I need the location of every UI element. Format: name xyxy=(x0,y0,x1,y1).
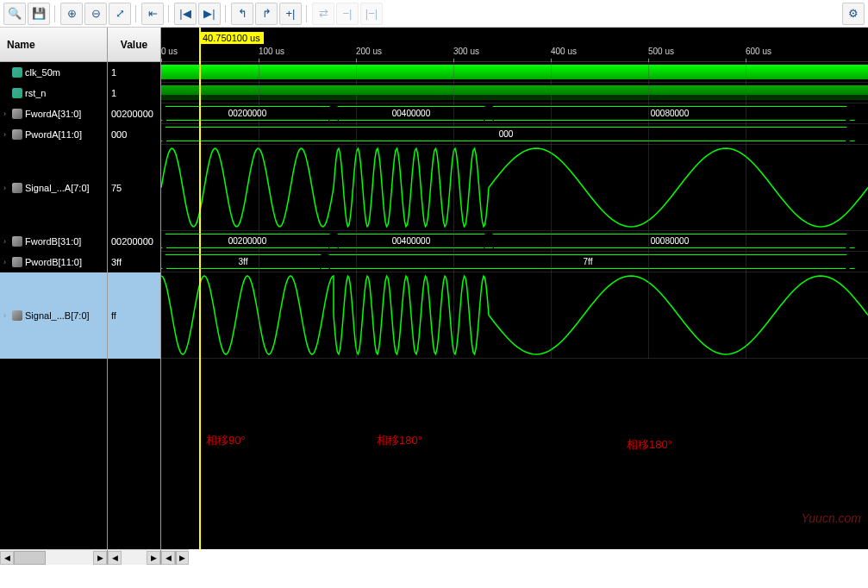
signal-type-icon xyxy=(12,129,22,140)
signal-name-row[interactable]: ›PwordB[11:0] xyxy=(0,252,107,272)
signal-name-row[interactable]: ›Signal_...A[7:0] xyxy=(0,145,107,231)
name-header: Name xyxy=(0,28,107,62)
wave-row[interactable] xyxy=(161,272,868,359)
signal-type-icon xyxy=(12,310,22,321)
expand-icon[interactable]: › xyxy=(3,237,10,246)
signal-name-row[interactable]: ›FwordB[31:0] xyxy=(0,231,107,252)
cursor-line[interactable] xyxy=(199,28,201,549)
remove-all-icon[interactable]: |−| xyxy=(360,3,383,25)
timescale[interactable]: 0 us100 us200 us300 us400 us500 us600 us xyxy=(161,28,868,62)
prev-transition-icon[interactable]: ⇤ xyxy=(141,3,164,25)
signal-name-label: Signal_...B[7:0] xyxy=(25,310,90,321)
signal-type-icon xyxy=(12,183,22,193)
signal-name-row[interactable]: ›Signal_...B[7:0] xyxy=(0,272,107,359)
bus-segment: 00400000 xyxy=(334,234,489,248)
scroll-left-icon[interactable]: ◀ xyxy=(161,551,175,565)
zoom-in-icon[interactable]: ⊕ xyxy=(60,3,83,25)
signal-name-row[interactable]: ›PwordA[11:0] xyxy=(0,124,107,145)
signal-name-row[interactable]: clk_50m xyxy=(0,62,107,83)
scroll-left-icon[interactable]: ◀ xyxy=(0,551,14,565)
bus-segment: 00200000 xyxy=(161,234,334,248)
signal-type-icon xyxy=(12,109,22,119)
signal-value-row[interactable]: 1 xyxy=(108,83,160,103)
grid-line xyxy=(746,62,746,359)
scroll-left-icon[interactable]: ◀ xyxy=(108,551,122,565)
signal-value-label: 00200000 xyxy=(111,236,153,247)
name-hscroll[interactable]: ◀▶ xyxy=(0,549,108,565)
remove-marker-icon[interactable]: −| xyxy=(336,3,359,25)
signal-value-row[interactable]: 00200000 xyxy=(108,231,160,252)
bus-segment: 7ff xyxy=(325,254,851,269)
add-marker-icon[interactable]: ↰ xyxy=(231,3,253,25)
signal-value-row[interactable]: 000 xyxy=(108,124,160,145)
wave-row[interactable] xyxy=(161,62,868,83)
time-tick: 400 us xyxy=(551,47,577,56)
signal-value-row[interactable]: ff xyxy=(108,272,160,359)
expand-icon[interactable]: › xyxy=(3,109,10,118)
wave-row[interactable]: 000 xyxy=(161,124,868,145)
wave-hscroll[interactable]: ◀▶ xyxy=(161,549,189,565)
wave-row[interactable]: 002000000040000000080000 xyxy=(161,231,868,252)
value-hscroll[interactable]: ◀▶ xyxy=(108,549,161,565)
wave-row[interactable]: 3ff7ff xyxy=(161,252,868,272)
wave-body[interactable]: 0020000000400000000800000000020000000400… xyxy=(161,62,868,359)
next-marker-icon[interactable]: +| xyxy=(279,3,302,25)
waveform-area[interactable]: 40.750100 us 0 us100 us200 us300 us400 u… xyxy=(161,28,868,549)
signal-name-row[interactable]: ›FwordA[31:0] xyxy=(0,103,107,124)
signal-value-row[interactable]: 75 xyxy=(108,145,160,231)
first-icon[interactable]: |◀ xyxy=(174,3,197,25)
signal-name-label: PwordA[11:0] xyxy=(25,129,82,140)
time-tick: 600 us xyxy=(746,47,771,56)
swap-icon[interactable]: ⇄ xyxy=(312,3,334,25)
signal-name-label: PwordB[11:0] xyxy=(25,257,82,267)
scroll-right-icon[interactable]: ▶ xyxy=(175,551,189,565)
settings-icon[interactable]: ⚙ xyxy=(842,3,865,25)
signal-name-label: Signal_...A[7:0] xyxy=(25,183,90,193)
toolbar: 🔍 💾 ⊕ ⊖ ⤢ ⇤ |◀ ▶| ↰ ↱ +| ⇄ −| |−| ⚙ xyxy=(0,0,868,28)
signal-value-row[interactable]: 3ff xyxy=(108,252,160,272)
wave-row[interactable] xyxy=(161,145,868,231)
signal-name-row[interactable]: rst_n xyxy=(0,83,107,103)
bus-segment: 00080000 xyxy=(489,234,851,248)
signal-value-row[interactable]: 1 xyxy=(108,62,160,83)
zoom-fit-icon[interactable]: ⤢ xyxy=(109,3,131,25)
signal-value-label: 75 xyxy=(111,183,122,193)
bus-segment: 00400000 xyxy=(334,106,489,121)
expand-icon[interactable]: › xyxy=(3,311,10,320)
time-tick: 0 us xyxy=(161,47,178,56)
signal-name-label: rst_n xyxy=(25,88,46,98)
signal-value-row[interactable]: 00200000 xyxy=(108,103,160,124)
grid-line xyxy=(648,62,649,359)
cursor-label[interactable]: 40.750100 us xyxy=(199,32,264,44)
main-area: Name clk_50mrst_n›FwordA[31:0]›PwordA[11… xyxy=(0,28,868,549)
signal-type-icon xyxy=(12,67,22,78)
search-icon[interactable]: 🔍 xyxy=(3,3,26,25)
scroll-right-icon[interactable]: ▶ xyxy=(93,551,107,565)
signal-type-icon xyxy=(12,88,22,98)
signal-name-label: FwordB[31:0] xyxy=(25,236,81,247)
scroll-right-icon[interactable]: ▶ xyxy=(147,551,160,565)
clock-wave xyxy=(161,65,868,79)
expand-icon[interactable]: › xyxy=(3,130,10,139)
bus-segment: 000 xyxy=(161,127,851,141)
bus-segment: 00200000 xyxy=(161,106,334,121)
zoom-out-icon[interactable]: ⊖ xyxy=(84,3,107,25)
analog-wave xyxy=(161,145,868,230)
phase-annotation: 相移180° xyxy=(627,437,672,453)
grid-line xyxy=(551,62,552,359)
bus-segment: 3ff xyxy=(161,254,325,269)
wave-row[interactable]: 002000000040000000080000 xyxy=(161,103,868,124)
value-panel: Value 110020000000075002000003ffff xyxy=(108,28,161,549)
last-icon[interactable]: ▶| xyxy=(198,3,221,25)
grid-line xyxy=(453,62,454,359)
prev-marker-icon[interactable]: ↱ xyxy=(255,3,278,25)
value-header: Value xyxy=(108,28,160,62)
wave-row[interactable] xyxy=(161,83,868,103)
expand-icon[interactable]: › xyxy=(3,258,10,266)
expand-icon[interactable]: › xyxy=(3,184,10,192)
save-icon[interactable]: 💾 xyxy=(28,3,50,25)
signal-type-icon xyxy=(12,257,22,267)
signal-value-label: 1 xyxy=(111,67,116,78)
signal-type-icon xyxy=(12,236,22,247)
grid-line xyxy=(356,62,357,359)
